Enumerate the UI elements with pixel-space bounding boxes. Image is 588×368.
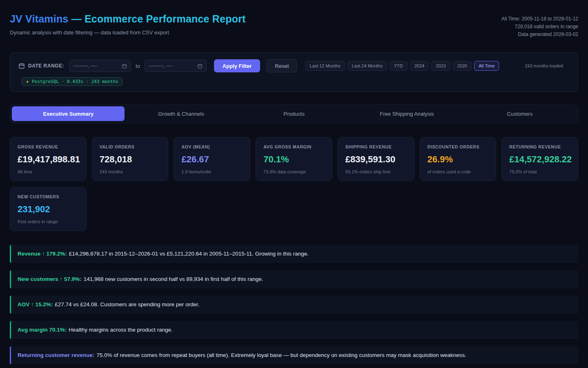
kpi-label: RETURNING REVENUE xyxy=(509,144,570,149)
kpi-value: 231,902 xyxy=(18,204,79,215)
lightning-bolt-icon xyxy=(26,79,29,84)
tab-bar: Executive Summary Growth & Channels Prod… xyxy=(10,104,578,123)
insight-text: 75.0% of revenue comes from repeat buyer… xyxy=(96,352,466,358)
title-block: JV Vitamins — Ecommerce Performance Repo… xyxy=(10,13,246,36)
db-status-badge: PostgreSQL · 0.433s · 243 months xyxy=(22,77,122,86)
header-meta: All Time: 2005-11-18 to 2026-01-12 728,0… xyxy=(501,13,578,38)
insight-text: £27.74 vs £24.08. Customers are spending… xyxy=(55,301,199,307)
insight-prefix: Revenue ↑ 179.2%: xyxy=(18,251,67,257)
filter-row: DATE RANGE: ---------, ---- to ---------… xyxy=(18,59,570,72)
insight-text: Healthy margins across the product range… xyxy=(69,327,172,333)
kpi-label: SHIPPING REVENUE xyxy=(345,144,407,149)
chip-last-24-months[interactable]: Last 24 Months xyxy=(347,61,387,71)
months-loaded-text: 243 months loaded xyxy=(525,63,570,68)
insights-list: Revenue ↑ 179.2%:£14,296,678.17 in 2015-… xyxy=(10,245,578,364)
kpi-value: £839,591.30 xyxy=(345,154,407,165)
chip-2020[interactable]: 2020 xyxy=(453,61,472,71)
filter-panel: DATE RANGE: ---------, ---- to ---------… xyxy=(10,52,578,92)
meta-generated-date: Data generated 2026-03-02 xyxy=(501,31,578,38)
kpi-sublabel: 73.8% data coverage xyxy=(263,169,325,174)
kpi-sublabel: All time xyxy=(18,169,79,174)
insight-returning-customer-revenue: Returning customer revenue:75.0% of reve… xyxy=(10,346,578,364)
kpi-card-aov-mean: AOV (MEAN) £26.67 1.9 items/order xyxy=(174,137,250,181)
kpi-value: £14,572,928.22 xyxy=(509,154,570,165)
chip-2024[interactable]: 2024 xyxy=(410,61,429,71)
calendar-icon xyxy=(18,63,25,69)
kpi-label: NEW CUSTOMERS xyxy=(18,194,79,199)
kpi-label: VALID ORDERS xyxy=(100,144,161,149)
kpi-card-shipping-revenue: SHIPPING REVENUE £839,591.30 59.1% order… xyxy=(338,137,414,181)
insight-prefix: AOV ↑ 15.2%: xyxy=(18,301,53,307)
meta-all-time-range: All Time: 2005-11-18 to 2026-01-12 xyxy=(501,15,578,23)
report-name: — Ecommerce Performance Report xyxy=(71,13,246,25)
chip-ytd[interactable]: YTD xyxy=(390,61,408,71)
meta-valid-orders: 728,018 valid orders in range xyxy=(501,23,578,31)
kpi-sublabel: 75.0% of total xyxy=(509,169,570,174)
tab-customers[interactable]: Customers xyxy=(463,106,576,121)
kpi-label: DISCOUNTED ORDERS xyxy=(428,144,489,149)
kpi-value: £26.67 xyxy=(181,154,243,165)
tab-growth-channels[interactable]: Growth & Channels xyxy=(125,106,237,121)
kpi-value: 26.9% xyxy=(428,154,489,165)
kpi-card-returning-revenue: RETURNING REVENUE £14,572,928.22 75.0% o… xyxy=(501,137,578,181)
page-subtitle: Dynamic analysis with date filtering — d… xyxy=(10,29,246,36)
date-to-placeholder: ---------, ---- xyxy=(149,63,173,69)
db-badge-text: PostgreSQL · 0.433s · 243 months xyxy=(32,79,118,84)
insight-text: £14,296,678.17 in 2015-12–2026-01 vs £5,… xyxy=(69,251,309,257)
kpi-grid: GROSS REVENUE £19,417,898.81 All time VA… xyxy=(10,137,578,231)
insight-avg-margin: Avg margin 70.1%:Healthy margins across … xyxy=(10,321,578,339)
kpi-card-new-customers: NEW CUSTOMERS 231,902 First orders in ra… xyxy=(10,187,87,231)
insight-new-customers: New customers ↑ 57.9%:141,968 new custom… xyxy=(10,270,578,288)
kpi-value: 70.1% xyxy=(263,154,325,165)
brand-name: JV Vitamins xyxy=(10,13,68,25)
header: JV Vitamins — Ecommerce Performance Repo… xyxy=(10,0,578,38)
kpi-sublabel: 59.1% orders ship free xyxy=(345,169,407,174)
date-range-label: DATE RANGE: xyxy=(28,63,64,69)
dashboard-page: JV Vitamins — Ecommerce Performance Repo… xyxy=(0,0,588,368)
calendar-icon[interactable] xyxy=(122,63,127,69)
kpi-sublabel: 243 months xyxy=(100,169,161,174)
calendar-icon[interactable] xyxy=(197,63,203,69)
insight-aov-growth: AOV ↑ 15.2%:£27.74 vs £24.08. Customers … xyxy=(10,296,578,314)
apply-filter-button[interactable]: Apply Filter xyxy=(214,59,261,72)
kpi-card-discounted-orders: DISCOUNTED ORDERS 26.9% of orders used a… xyxy=(420,137,497,181)
kpi-value: £19,417,898.81 xyxy=(18,154,79,165)
tab-free-shipping-analysis[interactable]: Free Shipping Analysis xyxy=(350,106,463,121)
kpi-sublabel: 1.9 items/order xyxy=(181,169,243,174)
kpi-sublabel: of orders used a code xyxy=(428,169,489,174)
kpi-card-gross-revenue: GROSS REVENUE £19,417,898.81 All time xyxy=(10,137,87,181)
kpi-card-avg-gross-margin: AVG GROSS MARGIN 70.1% 73.8% data covera… xyxy=(256,137,332,181)
reset-button[interactable]: Reset xyxy=(267,59,297,72)
insight-prefix: Avg margin 70.1%: xyxy=(18,327,67,333)
tab-executive-summary[interactable]: Executive Summary xyxy=(12,106,125,121)
date-from-placeholder: ---------, ---- xyxy=(73,63,97,69)
insight-prefix: New customers ↑ 57.9%: xyxy=(18,276,82,282)
chip-last-12-months[interactable]: Last 12 Months xyxy=(305,61,345,71)
chip-2023[interactable]: 2023 xyxy=(431,61,450,71)
kpi-card-valid-orders: VALID ORDERS 728,018 243 months xyxy=(92,137,169,181)
date-to-input[interactable]: ---------, ---- xyxy=(145,60,207,72)
page-title: JV Vitamins — Ecommerce Performance Repo… xyxy=(10,13,246,25)
insight-text: 141,968 new customers in second half vs … xyxy=(84,276,263,282)
tab-products[interactable]: Products xyxy=(238,106,350,121)
quick-filter-chips: Last 12 Months Last 24 Months YTD 2024 2… xyxy=(305,61,499,71)
kpi-value: 728,018 xyxy=(100,154,161,165)
insight-revenue-growth: Revenue ↑ 179.2%:£14,296,678.17 in 2015-… xyxy=(10,245,578,263)
date-from-input[interactable]: ---------, ---- xyxy=(69,60,131,72)
chip-all-time[interactable]: All Time xyxy=(474,61,499,71)
insight-prefix: Returning customer revenue: xyxy=(18,352,94,358)
kpi-label: AOV (MEAN) xyxy=(181,144,243,149)
to-label: to xyxy=(136,63,140,69)
kpi-label: GROSS REVENUE xyxy=(18,144,79,149)
kpi-label: AVG GROSS MARGIN xyxy=(263,144,325,149)
kpi-sublabel: First orders in range xyxy=(18,219,79,224)
